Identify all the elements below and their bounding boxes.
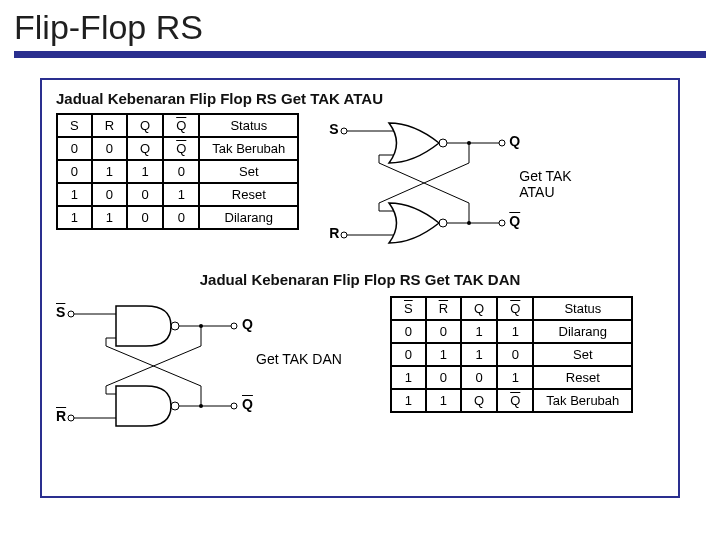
col-Status: Status bbox=[199, 114, 298, 137]
nor-caption: Get TAK ATAU bbox=[519, 168, 599, 200]
truth-table-nor: S R Q Q Status 0 0 Q Q Tak Berubah 0 1 1… bbox=[56, 113, 299, 230]
svg-point-25 bbox=[68, 415, 74, 421]
nand-latch-diagram: S R Q Q Get TAK DAN bbox=[56, 296, 276, 436]
col-R: R bbox=[92, 114, 127, 137]
table-row: S R Q Q Status bbox=[57, 114, 298, 137]
section1-heading: Jadual Kebenaran Flip Flop RS Get TAK AT… bbox=[56, 90, 664, 107]
svg-point-5 bbox=[341, 232, 347, 238]
section2-row: S R Q Q Get TAK DAN S R Q Q Status 0 0 1… bbox=[56, 296, 664, 436]
label-S: S bbox=[329, 121, 338, 137]
table-row: 0 1 1 0 Set bbox=[57, 160, 298, 183]
col-R: R bbox=[426, 297, 461, 320]
col-S: S bbox=[391, 297, 426, 320]
table-row: 1 1 Q Q Tak Berubah bbox=[391, 389, 632, 412]
col-Q: Q bbox=[461, 297, 497, 320]
section1-row: S R Q Q Status 0 0 Q Q Tak Berubah 0 1 1… bbox=[56, 113, 664, 253]
svg-point-9 bbox=[499, 220, 505, 226]
col-S: S bbox=[57, 114, 92, 137]
slide-body: Jadual Kebenaran Flip Flop RS Get TAK AT… bbox=[40, 78, 680, 498]
label-Q2: Q bbox=[242, 316, 253, 332]
slide-title: Flip-Flop RS bbox=[14, 8, 706, 47]
svg-point-39 bbox=[199, 404, 203, 408]
svg-point-29 bbox=[231, 403, 237, 409]
title-rule bbox=[14, 51, 706, 58]
table-row: S R Q Q Status bbox=[391, 297, 632, 320]
nor-latch-diagram: S R Q Q Get TAK ATAU bbox=[329, 113, 599, 253]
label-Rbar: R bbox=[56, 408, 66, 424]
section2-heading: Jadual Kebenaran Flip Flop RS Get TAK DA… bbox=[56, 271, 664, 288]
svg-point-27 bbox=[231, 323, 237, 329]
svg-point-18 bbox=[467, 141, 471, 145]
col-Qbar: Q bbox=[497, 297, 533, 320]
svg-point-20 bbox=[171, 322, 179, 330]
nand-caption: Get TAK DAN bbox=[256, 351, 356, 367]
label-Q: Q bbox=[509, 133, 520, 149]
col-Status: Status bbox=[533, 297, 632, 320]
table-row: 0 1 1 0 Set bbox=[391, 343, 632, 366]
label-R: R bbox=[329, 225, 339, 241]
truth-table-nand: S R Q Q Status 0 0 1 1 Dilarang 0 1 1 0 … bbox=[390, 296, 633, 413]
svg-point-19 bbox=[467, 221, 471, 225]
svg-point-21 bbox=[171, 402, 179, 410]
label-Qbar2: Q bbox=[242, 396, 253, 412]
svg-point-7 bbox=[499, 140, 505, 146]
svg-point-23 bbox=[68, 311, 74, 317]
table-row: 1 0 0 1 Reset bbox=[391, 366, 632, 389]
table-row: 1 1 0 0 Dilarang bbox=[57, 206, 298, 229]
svg-point-3 bbox=[341, 128, 347, 134]
col-Qbar: Q bbox=[163, 114, 199, 137]
label-Sbar: S bbox=[56, 304, 65, 320]
svg-point-38 bbox=[199, 324, 203, 328]
label-Qbar: Q bbox=[509, 213, 520, 229]
title-bar: Flip-Flop RS bbox=[0, 0, 720, 60]
table-row: 0 0 1 1 Dilarang bbox=[391, 320, 632, 343]
col-Q: Q bbox=[127, 114, 163, 137]
table-row: 1 0 0 1 Reset bbox=[57, 183, 298, 206]
table-row: 0 0 Q Q Tak Berubah bbox=[57, 137, 298, 160]
